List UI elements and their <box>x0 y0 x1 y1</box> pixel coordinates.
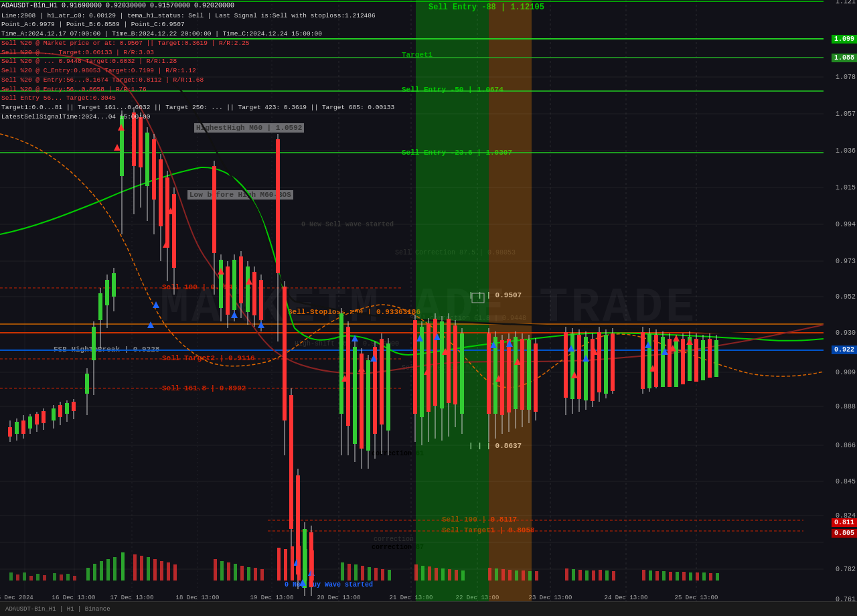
date-16dec: 16 Dec 13:00 <box>52 595 96 601</box>
label-new-sell-wave: 0 New Sell wave started <box>301 221 394 228</box>
date-17dec: 17 Dec 13:00 <box>110 595 154 601</box>
label-highest-high: HighestHigh M60 | 1.0592 <box>194 123 304 133</box>
price-label-0973: 0.973 <box>836 258 856 265</box>
price-box-0922-blue: 0.922 <box>832 345 857 354</box>
price-label-0994: 0.994 <box>836 221 856 228</box>
price-label-1015: 1.015 <box>836 184 856 191</box>
price-label-0888: 0.888 <box>836 403 856 410</box>
date-25dec: 25 Dec 13:00 <box>675 595 718 601</box>
label-sell-target2: Sell Target2 | 0.9116 <box>162 354 255 362</box>
price-box-0805-red: 0.805 <box>832 529 857 538</box>
bottom-bar: ADAUSDT-Bin_H1 | H1 | Binance <box>0 601 857 616</box>
bottom-info: ADAUSDT-Bin_H1 | H1 | Binance <box>5 606 110 613</box>
green-zone-main <box>416 0 489 603</box>
date-18dec: 18 Dec 13:00 <box>176 595 220 601</box>
date-24dec: 24 Dec 13:00 <box>605 595 648 601</box>
price-label-0909: 0.909 <box>836 369 856 376</box>
orange-zone-top <box>489 0 532 603</box>
price-box-1088: 1.088 <box>832 54 857 62</box>
date-15dec: 15 Dec 2024 <box>0 595 33 601</box>
chart-container: MARKETM ADE TRADE <box>0 0 857 616</box>
label-sell-100-top: Sell 100 | 0.9543 <box>162 283 237 291</box>
price-label-1057: 1.057 <box>836 110 856 118</box>
price-label-0845: 0.845 <box>836 478 856 485</box>
price-label-1078: 1.078 <box>836 74 856 81</box>
price-label-0930: 0.930 <box>836 329 856 337</box>
label-correction: correction <box>374 536 414 543</box>
label-low-before-high: Low before High M60-BOS <box>187 190 293 200</box>
date-23dec: 23 Dec 13:00 <box>529 595 572 601</box>
price-label-1121: 1.121 <box>836 0 856 5</box>
label-new-buy-wave: 0 New Buy Wave started <box>285 581 373 589</box>
date-19dec: 19 Dec 13:00 <box>250 595 294 601</box>
date-20dec: 20 Dec 13:00 <box>317 595 361 601</box>
label-sell-1618: Sell 161.8 | 0.8902 <box>162 384 246 392</box>
price-label-0952: 0.952 <box>836 293 856 301</box>
price-box-0811-red: 0.811 <box>832 518 857 527</box>
label-stoploss: Sell-Stoploss m60 | 0.93363186 <box>288 308 420 316</box>
price-label-1036: 1.036 <box>836 147 856 155</box>
label-fsb: FSB-HighToBreak | 0.9228 <box>54 345 159 354</box>
price-box-1099: 1.099 <box>832 35 857 44</box>
label-high-shift: High-shift m60 | 0.9059000 <box>295 340 399 348</box>
price-label-0782: 0.782 <box>836 566 856 573</box>
price-label-0866: 0.866 <box>836 442 856 449</box>
